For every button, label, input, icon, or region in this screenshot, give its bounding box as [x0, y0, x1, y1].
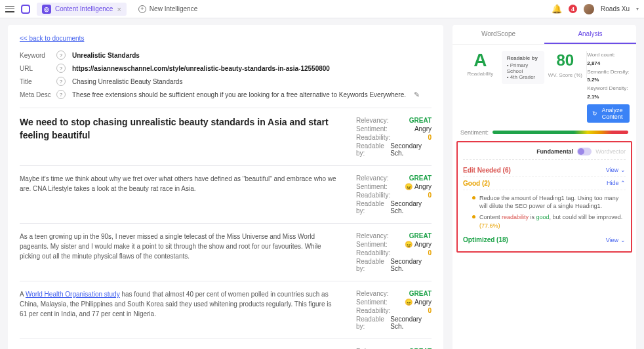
workspace: << back to documents Keyword ? Unrealist…: [0, 18, 644, 349]
block-metrics: Relevancy:GREAT Sentiment:😠Angry Readabi…: [356, 289, 432, 331]
avatar[interactable]: [584, 4, 594, 14]
fundamental-toggle[interactable]: [577, 148, 592, 155]
divider: [20, 339, 432, 339]
paragraph: A World Health Organisation study has fo…: [20, 289, 340, 331]
wv-score: 80 WV. Score (%): [544, 51, 588, 78]
sentiment-bar: [493, 131, 628, 134]
document-panel: << back to documents Keyword ? Unrealist…: [8, 25, 443, 349]
content-block: Maybe it's time we think about why we fr…: [20, 174, 432, 215]
category-edit-needed[interactable]: Edit Needed (6) View ⌄: [463, 164, 626, 177]
tab-wordscope[interactable]: WordScope: [453, 25, 544, 44]
analysis-tabs: WordScope Analysis: [453, 25, 636, 45]
new-intelligence-label: New Intelligence: [150, 5, 197, 12]
edit-pencil-icon[interactable]: ✎: [414, 91, 420, 99]
block-metrics: Relevancy:GREAT Sentiment:😠Angry Readabi…: [356, 232, 432, 273]
refresh-icon: ↻: [592, 110, 597, 117]
chevron-up-icon: ⌃: [620, 180, 626, 186]
bullet-icon: [472, 215, 475, 218]
angry-emoji-icon: 😠: [405, 241, 413, 248]
chevron-down-icon[interactable]: ▾: [636, 6, 639, 12]
topbar-right: 🔔 4 Roads Xu ▾: [552, 4, 639, 14]
back-to-documents-link[interactable]: << back to documents: [20, 35, 84, 42]
analysis-panel: WordScope Analysis A Readability Readabl…: [453, 25, 636, 349]
menu-icon[interactable]: [5, 6, 14, 12]
score-summary: A Readability Readable by Primary School…: [453, 45, 636, 129]
tab-analysis[interactable]: Analysis: [544, 25, 636, 44]
plus-circle-icon: +: [138, 5, 146, 13]
meta-keyword-label: Keyword: [20, 52, 56, 59]
content-block: A World Health Organisation study has fo…: [20, 289, 432, 331]
readability-grade: A Readability: [459, 51, 502, 77]
meta-keyword-row: Keyword ? Unrealistic Standards: [20, 49, 432, 62]
meta-title-label: Title: [20, 78, 56, 85]
good-hints: Reduce the amount of Heading1 tag. Using…: [463, 190, 626, 234]
angry-emoji-icon: 😠: [405, 298, 413, 306]
who-study-link[interactable]: World Health Organisation study: [26, 291, 120, 298]
recommendations-box: Fundamental Wordvector Edit Needed (6) V…: [456, 141, 632, 253]
app-logo-icon[interactable]: [21, 5, 30, 14]
meta-url-label: URL: [20, 65, 56, 72]
help-icon[interactable]: ?: [56, 64, 66, 73]
topbar: ◎ Content Intelligence × + New Intellige…: [0, 0, 644, 18]
help-icon[interactable]: ?: [56, 90, 66, 99]
angry-emoji-icon: 😠: [405, 183, 413, 190]
bell-icon[interactable]: 🔔: [552, 4, 562, 14]
hint-item: Reduce the amount of Heading1 tag. Using…: [472, 193, 626, 212]
help-icon[interactable]: ?: [56, 77, 66, 86]
paragraph: Maybe it's time we think about why we fr…: [20, 174, 340, 215]
meta-url-row: URL ? https://asiannewschannel.com/style…: [20, 62, 432, 75]
meta-keyword-value: Unrealistic Standards: [72, 52, 140, 59]
meta-desc-value: These free extensions should be sufficie…: [72, 91, 420, 99]
analyze-content-button[interactable]: ↻Analyze Content: [587, 104, 630, 123]
meta-desc-row: Meta Desc ? These free extensions should…: [20, 88, 432, 101]
meta-title-row: Title ? Chasing Unrealistic Beauty Stand…: [20, 75, 432, 88]
tab-content-intelligence[interactable]: ◎ Content Intelligence ×: [37, 3, 127, 16]
category-good[interactable]: Good (2) Hide ⌃: [463, 177, 626, 190]
content-block: As a teen growing up in the 90s, I never…: [20, 232, 432, 273]
bullet-icon: [472, 196, 475, 199]
stats-column: Word count: 2,874 Semantic Density: 5.2%…: [587, 51, 630, 123]
meta-table: Keyword ? Unrealistic Standards URL ? ht…: [20, 49, 432, 101]
block-metrics: Relevancy:GREAT Sentiment:Angry Readabil…: [356, 116, 432, 157]
help-icon[interactable]: ?: [56, 51, 66, 60]
chevron-down-icon: ⌄: [620, 167, 626, 173]
block-metrics: Relevancy:GREAT Sentiment:😠Angry Readabi…: [356, 174, 432, 215]
hint-item: Content readability is good, but could s…: [472, 212, 626, 231]
username: Roads Xu: [601, 5, 630, 12]
new-intelligence-button[interactable]: + New Intelligence: [133, 3, 203, 15]
tab-app-icon: ◎: [42, 5, 51, 14]
divider: [20, 108, 432, 108]
h1-text: We need to stop chasing unrealistic beau…: [20, 116, 340, 142]
content-heading: We need to stop chasing unrealistic beau…: [20, 116, 340, 157]
close-icon[interactable]: ×: [117, 5, 121, 13]
sentiment-row: Sentiment:: [453, 129, 636, 141]
content-block: We need to stop chasing unrealistic beau…: [20, 116, 432, 157]
meta-title-value: Chasing Unrealistic Beauty Standards: [72, 78, 182, 85]
divider: [20, 281, 432, 281]
readable-by-box: Readable by Primary School 4th Grader: [502, 51, 544, 84]
divider: [20, 165, 432, 166]
tab-label: Content Intelligence: [55, 5, 113, 12]
divider: [20, 223, 432, 224]
meta-url-value: https://asiannewschannel.com/style/unrea…: [72, 65, 330, 72]
topbar-left: ◎ Content Intelligence × + New Intellige…: [5, 3, 203, 16]
notification-badge[interactable]: 4: [569, 5, 577, 13]
meta-desc-label: Meta Desc: [20, 91, 56, 98]
paragraph: As a teen growing up in the 90s, I never…: [20, 232, 340, 273]
mode-toggle-row: Fundamental Wordvector: [463, 148, 626, 160]
chevron-down-icon: ⌄: [620, 237, 626, 243]
category-optimized[interactable]: Optimized (18) View ⌄: [463, 234, 626, 246]
